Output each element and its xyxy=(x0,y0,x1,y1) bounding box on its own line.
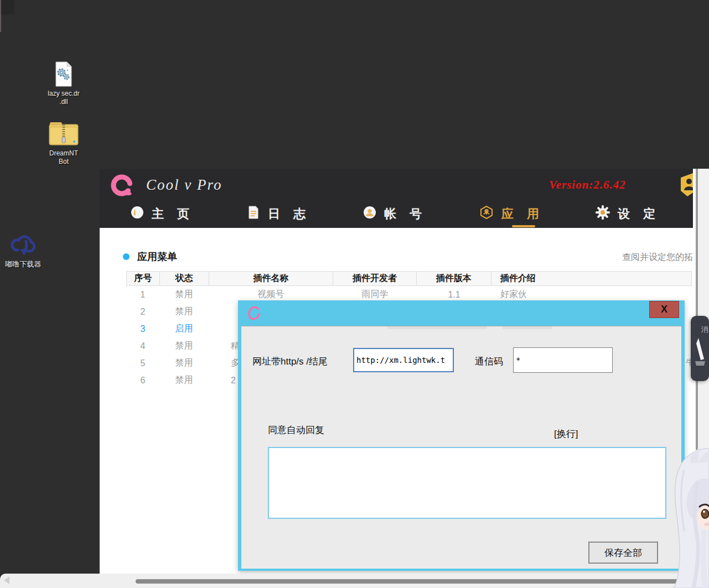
column-header: 插件版本 xyxy=(417,272,491,285)
table-cell: 禁用 xyxy=(159,303,209,320)
plugin-table-header: 序号状态插件名称插件开发者插件版本插件介绍 xyxy=(126,271,692,286)
tab-home[interactable]: i 主 页 xyxy=(131,203,194,225)
table-cell: 1 xyxy=(126,286,159,303)
table-cell: 6 xyxy=(126,372,159,389)
app-logo-icon xyxy=(110,173,134,200)
svg-text:i: i xyxy=(134,209,141,217)
desktop-icon-label: lazy sec.dr xyxy=(42,90,86,98)
tab-settings[interactable]: 设 定 xyxy=(596,203,660,225)
gold-badge-icon xyxy=(680,173,693,199)
table-cell: 禁用 xyxy=(159,337,209,355)
desktop-mascot-character[interactable] xyxy=(659,448,709,588)
desktop-icon-label: .dll xyxy=(42,98,86,106)
auto-reply-label: 同意自动回复 xyxy=(268,424,324,436)
tab-label: 日 志 xyxy=(268,206,310,222)
side-panel-figure-icon xyxy=(691,337,709,370)
table-cell: 2 xyxy=(126,303,159,320)
document-icon xyxy=(247,206,260,222)
code-input[interactable] xyxy=(513,347,613,373)
table-cell: 禁用 xyxy=(159,286,209,303)
info-icon: i xyxy=(131,206,144,222)
desktop-icon-dll[interactable]: lazy sec.dr .dll xyxy=(42,61,86,106)
user-icon xyxy=(363,206,376,222)
table-cell: 5 xyxy=(126,355,159,372)
dialog-close-button[interactable]: X xyxy=(649,301,679,318)
column-header: 插件开发者 xyxy=(333,272,417,285)
tab-account[interactable]: 帐 号 xyxy=(363,203,427,225)
scroll-left-arrow-icon[interactable] xyxy=(4,576,9,584)
column-header: 插件介绍 xyxy=(491,272,691,285)
message-side-panel[interactable]: 消 xyxy=(691,316,709,381)
table-cell: 禁用 xyxy=(159,372,209,389)
tab-label: 主 页 xyxy=(152,206,194,222)
dialog-body: 网址带http/s /结尾 通信码 同意自动回复 [换行] 保存全部 xyxy=(241,326,681,569)
tab-label: 应 用 xyxy=(501,206,544,222)
section-bullet-icon xyxy=(123,253,130,260)
desktop-icon-downloader[interactable]: 嘟噜下载器 xyxy=(0,232,46,268)
active-tab-underline xyxy=(512,225,535,227)
desktop-icon-label: Bot xyxy=(42,158,86,166)
table-cell: 3 xyxy=(126,320,159,337)
dll-file-icon xyxy=(42,61,86,87)
tab-logs[interactable]: 日 志 xyxy=(247,203,310,225)
side-panel-label: 消 xyxy=(701,325,708,335)
horizontal-scrollbar[interactable] xyxy=(0,574,709,588)
scrollbar-thumb[interactable] xyxy=(136,579,709,584)
zip-folder-icon xyxy=(42,119,86,147)
url-label: 网址带http/s /结尾 xyxy=(252,355,328,368)
app-title: Cool v Pro xyxy=(146,176,222,194)
desktop-icon-label: 嘟噜下载器 xyxy=(0,260,46,268)
version-label: Version:2.6.42 xyxy=(549,178,626,192)
table-cell: 禁用 xyxy=(159,355,209,372)
auto-reply-textarea[interactable] xyxy=(268,447,666,519)
plugin-settings-dialog: X 网址带http/s /结尾 通信码 同意自动回复 [换行] 保存全部 xyxy=(238,300,685,571)
column-header: 状态 xyxy=(160,272,209,285)
cube-icon xyxy=(479,205,494,223)
tab-label: 帐 号 xyxy=(384,206,427,222)
save-all-button[interactable]: 保存全部 xyxy=(588,542,658,564)
section-hint: 查阅并设定您的拓 xyxy=(622,252,693,263)
newline-hint-label: [换行] xyxy=(554,428,578,440)
desktop-corner-shadow xyxy=(0,0,14,14)
screen-edge-line xyxy=(0,0,1,32)
cloud-download-icon xyxy=(0,232,46,258)
desktop-icon-dreamnt-bot[interactable]: DreamNT Bot xyxy=(42,119,86,166)
section-title: 应用菜单 xyxy=(137,250,177,263)
table-cell: 启用 xyxy=(159,320,209,337)
dialog-logo-icon xyxy=(247,305,261,323)
tab-label: 设 定 xyxy=(618,206,660,222)
gear-icon xyxy=(596,205,610,223)
table-cell: 4 xyxy=(126,337,159,355)
desktop-icon-label: DreamNT xyxy=(42,149,86,158)
app-header: Cool v Pro Version:2.6.42 i 主 页 日 志 帐 号 … xyxy=(100,169,693,228)
tab-apps[interactable]: 应 用 xyxy=(479,203,544,225)
url-input[interactable] xyxy=(353,348,454,372)
column-header: 插件名称 xyxy=(209,272,334,285)
code-label: 通信码 xyxy=(475,355,503,368)
column-header: 序号 xyxy=(127,272,160,285)
